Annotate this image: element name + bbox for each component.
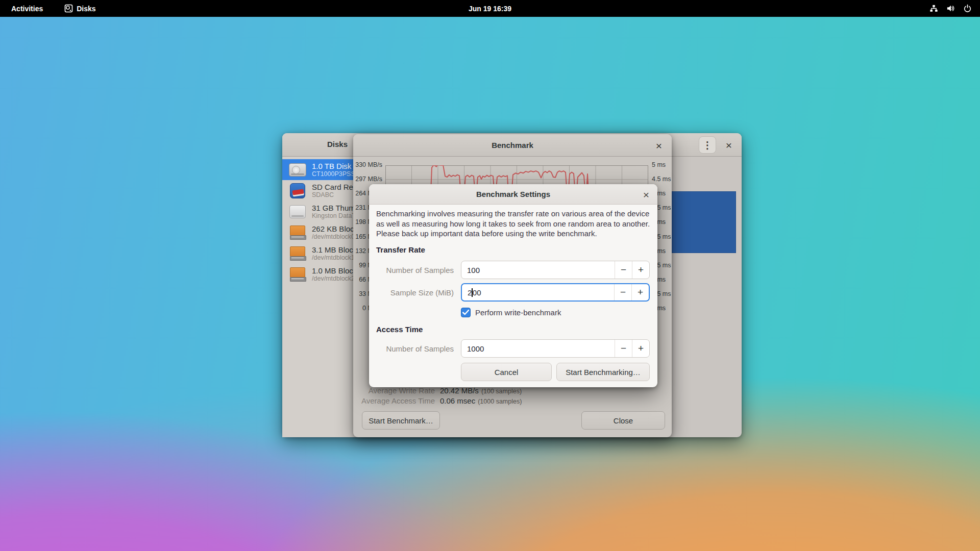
block-device-icon (287, 224, 308, 241)
text-caret (472, 288, 473, 297)
number-of-samples-spinbox: 100 − + (461, 261, 650, 279)
settings-headerbar: Benchmark Settings × (369, 184, 657, 205)
write-benchmark-label: Perform write-benchmark (475, 308, 561, 317)
stat-value: 20.42 MB/s (440, 386, 479, 395)
vertical-dots-icon: ⋮ (703, 139, 713, 151)
increment-button[interactable]: + (632, 261, 649, 279)
desktop: Disks ⋮ × 1.0 TB Disk CT1000P3PSSD8 SD C… (0, 0, 980, 551)
volume-icon[interactable] (946, 4, 955, 13)
number-of-samples-input[interactable]: 100 (461, 266, 615, 274)
start-benchmarking-button[interactable]: Start Benchmarking… (556, 363, 650, 381)
gnome-top-bar: Activities Disks Jun 19 16:39 (0, 0, 980, 17)
settings-description: Benchmarking involves measuring the tran… (376, 209, 652, 239)
sd-card-icon (287, 183, 308, 199)
disks-app-icon (64, 4, 73, 13)
sample-size-input[interactable]: 200 (462, 288, 614, 297)
block-device-icon (287, 245, 308, 262)
stat-label: Average Access Time (359, 396, 435, 405)
access-samples-label: Number of Samples (376, 344, 454, 353)
focused-app-menu[interactable]: Disks (60, 0, 100, 17)
increment-button[interactable]: + (632, 340, 649, 357)
decrement-button[interactable]: − (615, 261, 632, 279)
stat-note: (100 samples) (481, 388, 522, 395)
axis-tick-label: 330 MB/s (355, 161, 382, 168)
decrement-button[interactable]: − (614, 284, 631, 300)
close-icon: × (726, 140, 732, 151)
activities-label: Activities (11, 5, 43, 13)
stat-note: (1000 samples) (478, 398, 522, 405)
hard-disk-icon (287, 162, 308, 178)
write-benchmark-checkbox[interactable] (461, 308, 471, 317)
close-button[interactable]: Close (581, 411, 665, 430)
sample-size-spinbox: 200 − + (461, 283, 650, 302)
checkmark-icon (462, 310, 469, 315)
app-menu-button[interactable]: ⋮ (699, 136, 716, 154)
axis-tick-label: 4.5 ms (652, 176, 671, 183)
block-device-icon (287, 266, 308, 283)
access-samples-spinbox: 1000 − + (461, 339, 650, 358)
disks-window-close-button[interactable]: × (720, 136, 738, 154)
stat-label: Average Write Rate (359, 386, 435, 395)
average-access-time-row: Average Access Time 0.06 msec (1000 samp… (359, 396, 522, 405)
access-samples-input[interactable]: 1000 (461, 344, 615, 353)
close-icon: × (656, 140, 662, 151)
sample-size-label: Sample Size (MiB) (376, 288, 454, 297)
benchmark-title: Benchmark (492, 141, 533, 149)
transfer-rate-heading: Transfer Rate (376, 245, 425, 254)
activities-button[interactable]: Activities (7, 0, 47, 17)
stat-value: 0.06 msec (440, 396, 475, 405)
axis-tick-label: 297 MB/s (355, 176, 382, 183)
power-icon[interactable] (963, 4, 972, 13)
cancel-button[interactable]: Cancel (461, 363, 552, 381)
decrement-button[interactable]: − (615, 340, 632, 357)
settings-title: Benchmark Settings (476, 190, 550, 198)
average-write-rate-row: Average Write Rate 20.42 MB/s (100 sampl… (359, 386, 522, 395)
clock[interactable]: Jun 19 16:39 (0, 5, 980, 13)
benchmark-settings-dialog: Benchmark Settings × Benchmarking involv… (369, 184, 657, 387)
close-icon: × (643, 189, 649, 200)
thumb-drive-icon (287, 204, 308, 220)
benchmark-headerbar: Benchmark × (353, 134, 672, 157)
axis-tick-label: 5 ms (652, 161, 666, 168)
focused-app-label: Disks (77, 5, 95, 13)
start-benchmark-button[interactable]: Start Benchmark… (362, 411, 440, 430)
perform-write-benchmark-row[interactable]: Perform write-benchmark (461, 308, 561, 317)
benchmark-close-button[interactable]: × (650, 137, 668, 154)
increment-button[interactable]: + (631, 284, 649, 300)
samples-label: Number of Samples (376, 266, 454, 274)
settings-close-button[interactable]: × (638, 186, 655, 203)
access-time-heading: Access Time (376, 325, 423, 334)
network-wired-icon[interactable] (929, 4, 938, 13)
